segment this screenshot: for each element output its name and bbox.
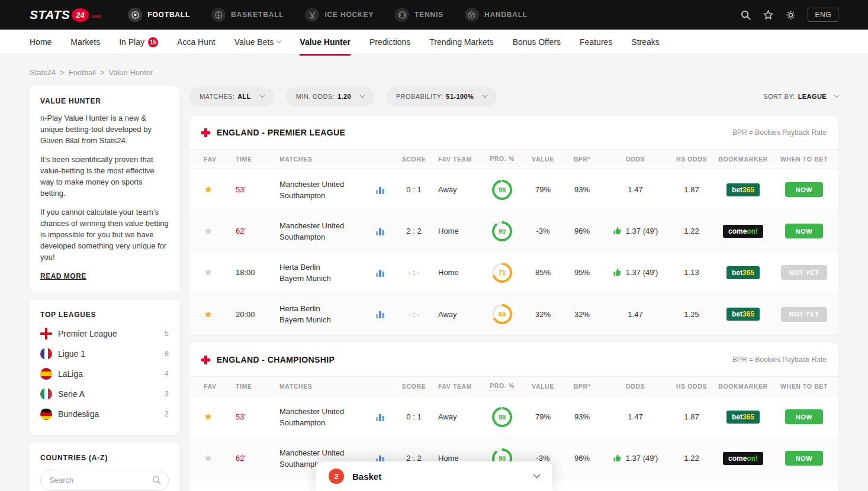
bookmaker-badge[interactable]: bet365 <box>726 266 760 279</box>
nav-item-trending-markets[interactable]: Trending Markets <box>429 30 493 55</box>
when-to-bet-button[interactable]: NOW <box>785 224 823 238</box>
probability-ring-inner: 68 <box>494 306 510 322</box>
sort-label: SORT BY: <box>763 93 795 100</box>
search-icon[interactable] <box>740 9 751 21</box>
favorite-star-icon[interactable]: ★ <box>204 309 213 319</box>
sport-tab-handball[interactable]: HANDBALL <box>465 8 528 22</box>
chevron-down-icon[interactable] <box>533 471 541 479</box>
nav-item-features[interactable]: Features <box>580 30 612 55</box>
probability-cell: 98 <box>482 407 522 427</box>
basket-widget[interactable]: 2 Basket <box>316 461 552 491</box>
match-teams[interactable]: Manchester United Southampton <box>274 179 367 201</box>
search-icon[interactable] <box>152 475 162 487</box>
sport-tab-football[interactable]: FOOTBALL <box>128 8 190 22</box>
read-more-link[interactable]: READ MORE <box>40 272 86 280</box>
sidebar-item-serie-a[interactable]: Serie A 3 <box>40 384 169 404</box>
country-search-input[interactable] <box>40 470 169 491</box>
hs-odds-value: 1.22 <box>684 227 699 235</box>
sidebar-item-laliga[interactable]: LaLiga 4 <box>40 364 169 384</box>
logo-text: STATS <box>30 8 70 22</box>
sidebar-item-bundesliga[interactable]: Bundesliga 2 <box>40 404 169 424</box>
when-to-bet-button[interactable]: NOW <box>785 409 823 424</box>
match-stats-icon[interactable] <box>375 227 385 236</box>
when-to-bet-button[interactable]: NOW <box>785 451 823 466</box>
match-teams[interactable]: Herta Berlin Bayern Munich <box>274 261 367 284</box>
sort-by-dropdown[interactable]: SORT BY: LEAGUE <box>763 93 838 100</box>
france-flag-icon <box>40 348 52 360</box>
bookmaker-name-part2: 365 <box>742 413 754 421</box>
sport-tab-tennis[interactable]: TENNIS <box>395 8 443 22</box>
score-cell: - : - <box>393 268 435 277</box>
nav-item-in-play[interactable]: In Play 15 <box>119 30 158 55</box>
content: VALUE HUNTER n-Play Value Hunter is a ne… <box>0 86 868 491</box>
settings-gear-icon[interactable] <box>785 9 796 21</box>
nav-item-home[interactable]: Home <box>30 30 52 55</box>
favorite-star-icon[interactable]: ★ <box>204 185 213 195</box>
match-teams[interactable]: Manchester United Southampton <box>274 220 367 243</box>
when-to-bet-button[interactable]: NOT YET <box>781 307 828 322</box>
favorites-star-icon[interactable] <box>763 9 774 21</box>
when-to-bet-button[interactable]: NOW <box>785 182 823 197</box>
breadcrumb-football[interactable]: Football <box>69 68 96 77</box>
breadcrumb-value-hunter[interactable]: Value Hunter <box>109 68 153 77</box>
matches-filter-dropdown[interactable]: MATCHES: ALL <box>189 86 274 106</box>
bookmaker-badge[interactable]: bet365 <box>726 411 760 424</box>
sidebar-item-ligue-1[interactable]: Ligue 1 8 <box>40 344 169 364</box>
league-name: Bundesliga <box>58 409 99 419</box>
min-odds-filter-dropdown[interactable]: MIN. ODDS: 1.20 <box>286 86 374 106</box>
bookmaker-name-part2: on! <box>747 454 758 463</box>
match-stats-icon[interactable] <box>375 412 385 422</box>
team-two-name: Southampton <box>279 231 367 243</box>
hs-odds-cell: 1.22 <box>670 227 713 235</box>
sport-tab-basketball[interactable]: BASKETBALL <box>211 8 284 22</box>
in-play-count-badge: 15 <box>148 37 158 47</box>
match-teams[interactable]: Herta Berlin Bayern Munich <box>274 303 367 325</box>
bookmaker-badge[interactable]: bet365 <box>726 308 760 321</box>
bookmaker-badge[interactable]: bet365 <box>726 183 760 196</box>
bpr-cell: 96% <box>564 227 600 235</box>
probability-filter-dropdown[interactable]: PROBABILITY: 51-100% <box>386 86 497 106</box>
nav-item-value-hunter[interactable]: Value Hunter <box>300 30 351 55</box>
nav-item-markets[interactable]: Markets <box>70 30 100 55</box>
stats-cell <box>367 268 393 277</box>
basketball-icon <box>211 8 226 22</box>
fav-cell: ★ <box>201 185 236 195</box>
top-actions: ENG <box>740 8 838 22</box>
when-to-bet-cell: NOW <box>773 182 835 197</box>
column-header-time: TIME <box>236 156 274 163</box>
country-search <box>40 470 169 491</box>
when-to-bet-cell: NOW <box>773 224 835 238</box>
stats24-logo[interactable]: STATS 24 .com <box>30 8 101 22</box>
bookmaker-badge[interactable]: comeon! <box>723 452 763 465</box>
bookmaker-badge[interactable]: comeon! <box>723 225 763 238</box>
favorite-star-icon[interactable]: ★ <box>204 267 213 277</box>
when-to-bet-button[interactable]: NOT YET <box>781 265 828 280</box>
match-stats-icon[interactable] <box>375 268 385 277</box>
favorite-star-icon[interactable]: ★ <box>204 226 213 236</box>
favorite-star-icon[interactable]: ★ <box>204 453 213 463</box>
favorite-star-icon[interactable]: ★ <box>204 412 213 422</box>
league-count: 8 <box>165 349 169 358</box>
team-one-name: Manchester United <box>279 220 367 231</box>
league-count: 4 <box>165 369 169 378</box>
probability-cell: 98 <box>482 180 522 200</box>
sidebar-item-premier-league[interactable]: Premier League 5 <box>40 324 169 344</box>
breadcrumb-stats24[interactable]: Stats24 <box>30 68 56 77</box>
language-selector[interactable]: ENG <box>808 8 838 22</box>
nav-item-streaks[interactable]: Streaks <box>631 30 659 55</box>
sport-tab-ice-hockey[interactable]: ICE HOCKEY <box>305 8 374 22</box>
match-teams[interactable]: Manchester United Southampton <box>274 406 367 428</box>
match-stats-icon[interactable] <box>375 309 385 319</box>
team-one-name: Manchester United <box>279 179 367 190</box>
hs-odds-value: 1.22 <box>684 454 699 463</box>
probability-value: 98 <box>499 414 506 421</box>
nav-item-predictions[interactable]: Predictions <box>369 30 410 55</box>
nav-item-bonus-offers[interactable]: Bonus Offers <box>513 30 561 55</box>
column-header-bookmarker: BOOKMARKER <box>713 156 773 163</box>
match-stats-icon[interactable] <box>375 185 385 195</box>
column-header-fav-team: FAV TEAM <box>435 383 482 390</box>
nav-item-acca-hunt[interactable]: Acca Hunt <box>177 30 216 55</box>
nav-item-value-bets[interactable]: Value Bets <box>234 30 281 55</box>
hs-odds-cell: 1.13 <box>670 268 713 277</box>
score-cell: 2 : 2 <box>393 227 435 235</box>
